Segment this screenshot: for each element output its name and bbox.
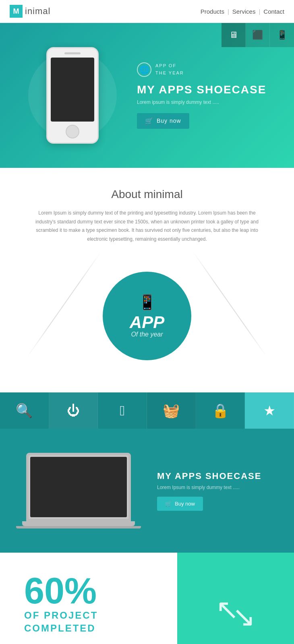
about-text: Lorem Ipsum is simply dummy text of the … <box>32 209 262 244</box>
device-btn-mobile[interactable]: 📱 <box>270 23 294 47</box>
diagonal-line-1 <box>27 252 101 357</box>
hero-app-badge: 🌐 APP OF THE YEAR <box>137 62 278 77</box>
logo-box: M <box>10 5 23 18</box>
stats-percent: 60% <box>24 573 153 609</box>
icon-strip-lock[interactable]: 🔒 <box>196 392 245 429</box>
stats-left: 60% OF PROJECT COMPLETED <box>0 553 177 644</box>
phone-mockup <box>46 47 99 144</box>
laptop-buy-button[interactable]: 🛒 Buy now <box>157 497 203 511</box>
nav-contact[interactable]: Contact <box>263 8 284 15</box>
nav-services[interactable]: Services <box>232 8 256 15</box>
hero-subtitle: Lorem ipsum is simply dummy text ..... <box>137 99 278 105</box>
nav-sep1: | <box>228 8 229 15</box>
icon-strip-apple[interactable]:  <box>98 392 147 429</box>
about-title: About minimal <box>32 188 262 201</box>
icon-strip-star[interactable]: ★ <box>245 392 294 429</box>
logo: M inimal <box>10 5 50 18</box>
main-nav: Products | Services | Contact <box>201 8 284 15</box>
icon-strip-search[interactable]: 🔍 <box>0 392 49 429</box>
stats-label: OF PROJECT COMPLETED <box>24 609 153 634</box>
stats-section: 60% OF PROJECT COMPLETED <box>0 553 294 644</box>
app-circle-title: APP <box>130 314 164 331</box>
app-of-year-text: APP OF THE YEAR <box>155 62 184 76</box>
app-circle-container: 📱 APP Of the year <box>32 260 262 372</box>
resize-icon <box>215 593 256 633</box>
laptop-subtitle: Lorem Ipsum is simply dummy text ..... <box>157 485 261 490</box>
device-selector: 🖥 ⬛ 📱 <box>222 23 294 47</box>
hero-buy-button[interactable]: 🛒 Buy now <box>137 113 189 129</box>
hero-content: 🌐 APP OF THE YEAR MY APPS SHOECASE Lorem… <box>129 62 278 129</box>
laptop-screen-container <box>26 453 131 521</box>
icon-strip: 🔍 ⏻  🧺 🔒 ★ <box>0 392 294 429</box>
logo-letter: M <box>13 7 19 16</box>
diagonal-line-2 <box>193 252 267 357</box>
app-circle-icon: 📱 <box>138 294 156 311</box>
nav-products[interactable]: Products <box>201 8 224 15</box>
hero-title: MY APPS SHOECASE <box>137 83 278 96</box>
basket-icon: 🧺 <box>163 402 180 419</box>
hero-device-area <box>16 47 129 144</box>
phone-speaker <box>64 52 81 54</box>
device-btn-tablet[interactable]: ⬛ <box>246 23 270 47</box>
lock-icon: 🔒 <box>212 402 229 419</box>
power-icon: ⏻ <box>67 403 80 418</box>
phone-button <box>66 125 79 138</box>
cart-icon: 🛒 <box>145 117 153 125</box>
search-icon: 🔍 <box>16 402 33 419</box>
laptop-cart-icon: 🛒 <box>165 501 172 507</box>
app-circle-subtitle: Of the year <box>131 331 163 338</box>
globe-icon: 🌐 <box>137 62 151 77</box>
stats-right <box>177 553 294 644</box>
laptop-bottom <box>16 526 141 528</box>
device-btn-desktop[interactable]: 🖥 <box>222 23 246 47</box>
logo-name: inimal <box>25 6 50 17</box>
app-circle: 📱 APP Of the year <box>103 272 191 360</box>
apple-icon:  <box>120 403 124 419</box>
header: M inimal Products | Services | Contact <box>0 0 294 23</box>
nav-sep2: | <box>259 8 260 15</box>
laptop-screen <box>30 457 127 517</box>
laptop-section: MY APPS SHOECASE Lorem Ipsum is simply d… <box>0 429 294 553</box>
star-icon: ★ <box>263 402 275 419</box>
hero-section: 🖥 ⬛ 📱 🌐 APP OF THE YEAR MY APPS SHOECASE… <box>0 23 294 168</box>
laptop-title: MY APPS SHOECASE <box>157 471 261 481</box>
laptop-content: MY APPS SHOECASE Lorem Ipsum is simply d… <box>157 471 261 511</box>
laptop-mockup <box>16 453 141 528</box>
about-section: About minimal Lorem Ipsum is simply dumm… <box>0 168 294 392</box>
phone-screen <box>51 58 94 122</box>
icon-strip-power[interactable]: ⏻ <box>49 392 98 429</box>
icon-strip-basket[interactable]: 🧺 <box>147 392 196 429</box>
laptop-base <box>22 521 135 526</box>
